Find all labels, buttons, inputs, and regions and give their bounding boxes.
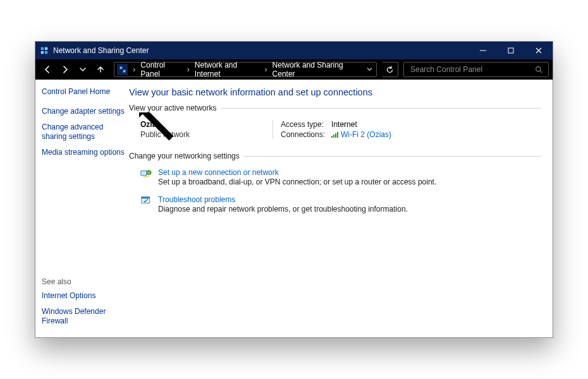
svg-rect-4	[508, 48, 513, 53]
svg-rect-10	[144, 176, 149, 177]
network-left: Ozias Public network	[140, 120, 273, 139]
toolbar: › Control Panel › Network and Internet ›…	[35, 59, 553, 80]
svg-point-9	[147, 171, 151, 175]
sidebar-home[interactable]: Control Panel Home	[42, 87, 125, 97]
connections-label: Connections:	[281, 130, 325, 139]
chevron-right-icon: ›	[265, 65, 267, 74]
sidebar: Control Panel Home Change adapter settin…	[35, 80, 129, 337]
window-title: Network and Sharing Center	[53, 46, 149, 55]
main-content: View your basic network information and …	[129, 80, 553, 337]
task-setup-connection: Set up a new connection or network Set u…	[129, 165, 541, 193]
chevron-right-icon: ›	[133, 65, 135, 74]
maximize-button[interactable]	[497, 42, 525, 59]
address-dropdown[interactable]	[367, 65, 376, 74]
breadcrumb-network-sharing-center[interactable]: Network and Sharing Center	[270, 63, 367, 76]
network-name: Ozias	[140, 120, 266, 129]
search-input[interactable]	[409, 64, 535, 75]
minimize-button[interactable]	[469, 42, 497, 59]
section-label: Change your networking settings	[129, 152, 243, 160]
section-networking-settings: Change your networking settings	[129, 152, 541, 160]
see-also-heading: See also	[42, 277, 125, 286]
task-link[interactable]: Set up a new connection or network	[158, 168, 436, 177]
active-network-row: Ozias Public network Access type: Intern…	[129, 117, 541, 148]
svg-rect-12	[142, 197, 150, 199]
network-type: Public network	[140, 130, 266, 139]
close-button[interactable]	[525, 42, 553, 59]
address-bar[interactable]: › Control Panel › Network and Internet ›…	[114, 62, 377, 77]
connection-link[interactable]: Wi-Fi 2 (Ozias)	[331, 130, 391, 139]
section-label: View your active networks	[129, 104, 221, 112]
search-box[interactable]	[403, 62, 549, 77]
connection-wizard-icon	[140, 168, 152, 179]
task-link[interactable]: Troubleshoot problems	[158, 195, 408, 204]
window-root: Network and Sharing Center	[35, 41, 553, 338]
task-desc: Set up a broadband, dial-up, or VPN conn…	[158, 177, 436, 186]
network-right: Access type: Internet Connections: Wi-Fi…	[273, 120, 391, 139]
history-dropdown[interactable]	[75, 61, 91, 78]
sidebar-item-advanced-sharing[interactable]: Change advanced sharing settings	[42, 123, 125, 141]
titlebar: Network and Sharing Center	[35, 42, 553, 59]
breadcrumb-network-internet[interactable]: Network and Internet ›	[192, 63, 270, 76]
breadcrumb-control-panel[interactable]: Control Panel ›	[138, 63, 192, 76]
connection-value: Wi-Fi 2 (Ozias)	[341, 130, 391, 139]
refresh-button[interactable]	[382, 62, 398, 77]
up-button[interactable]	[92, 61, 109, 78]
search-icon	[535, 66, 543, 74]
page-heading: View your basic network information and …	[129, 87, 541, 97]
breadcrumb-label: Network and Internet	[195, 61, 262, 78]
breadcrumb-label: Control Panel	[140, 61, 185, 78]
chevron-right-icon: ›	[187, 65, 190, 74]
access-type-value: Internet	[331, 120, 391, 129]
svg-rect-5	[119, 67, 122, 69]
breadcrumb-label: Network and Sharing Center	[273, 61, 364, 78]
task-troubleshoot: Troubleshoot problems Diagnose and repai…	[129, 193, 541, 220]
body: Control Panel Home Change adapter settin…	[35, 80, 553, 337]
troubleshoot-icon	[140, 195, 152, 207]
sidebar-item-adapter-settings[interactable]: Change adapter settings	[42, 107, 125, 116]
wifi-signal-icon	[331, 131, 338, 138]
svg-rect-0	[41, 47, 44, 50]
svg-rect-3	[45, 51, 47, 54]
svg-rect-6	[123, 70, 125, 73]
svg-rect-8	[141, 171, 147, 176]
address-app-icon	[117, 64, 128, 75]
breadcrumb-root-arrow[interactable]: ›	[130, 63, 138, 76]
svg-rect-1	[45, 47, 47, 50]
svg-rect-2	[41, 51, 44, 54]
access-type-label: Access type:	[281, 120, 325, 129]
task-desc: Diagnose and repair network problems, or…	[158, 205, 408, 214]
forward-button[interactable]	[57, 61, 73, 78]
sidebar-windows-defender-firewall[interactable]: Windows Defender Firewall	[42, 307, 125, 326]
sidebar-internet-options[interactable]: Internet Options	[42, 291, 125, 301]
section-active-networks: View your active networks	[129, 104, 541, 112]
app-icon	[35, 46, 53, 55]
sidebar-item-media-streaming[interactable]: Media streaming options	[42, 148, 125, 157]
back-button[interactable]	[39, 61, 56, 78]
svg-point-7	[536, 66, 541, 71]
